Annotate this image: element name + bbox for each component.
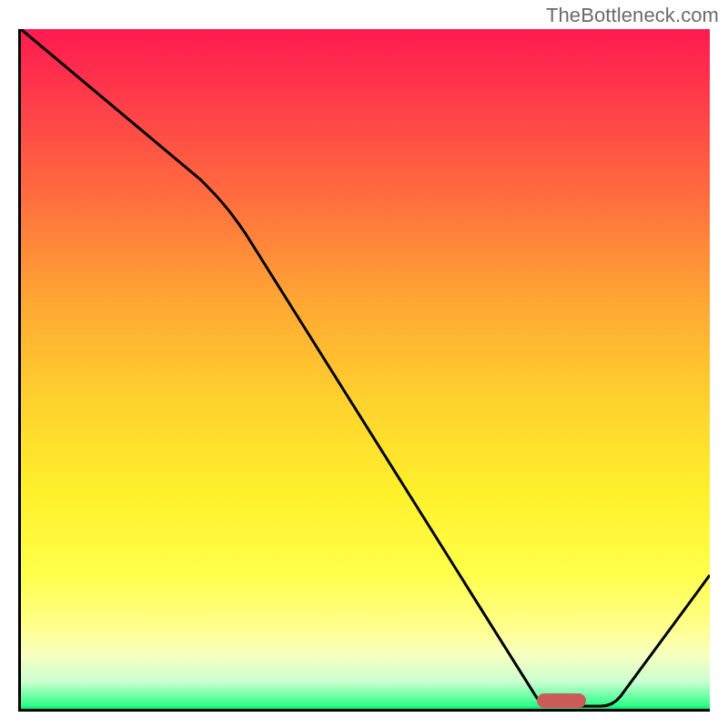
watermark-text: TheBottleneck.com xyxy=(546,4,719,27)
chart-container: { "watermark": "TheBottleneck.com", "cha… xyxy=(0,0,728,728)
optimal-range-marker xyxy=(537,693,586,708)
plot-area xyxy=(18,29,710,712)
